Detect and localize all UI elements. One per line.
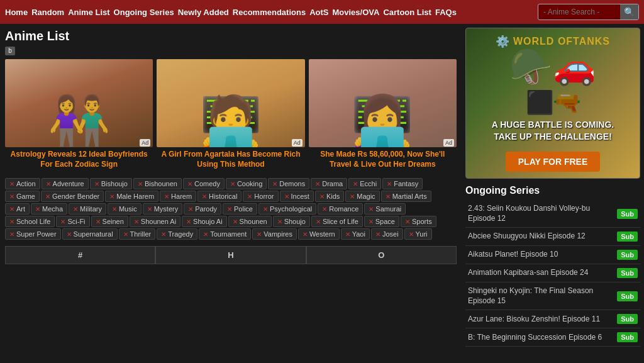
nav-newly-added[interactable]: Newly Added <box>178 8 229 17</box>
tag-remove-icon[interactable]: ✕ <box>94 181 99 187</box>
tag-remove-icon[interactable]: ✕ <box>60 218 65 225</box>
tag-remove-icon[interactable]: ✕ <box>387 181 392 187</box>
tag-remove-icon[interactable]: ✕ <box>409 231 414 238</box>
alpha-tab-o[interactable]: O <box>306 246 457 264</box>
tag-item[interactable]: ✕Romance <box>318 203 363 215</box>
tag-item[interactable]: ✕Action <box>5 178 40 189</box>
tag-remove-icon[interactable]: ✕ <box>227 206 232 213</box>
tag-remove-icon[interactable]: ✕ <box>9 231 14 238</box>
tag-item[interactable]: ✕Shounen <box>228 216 272 227</box>
tag-remove-icon[interactable]: ✕ <box>9 218 14 225</box>
series-item[interactable]: Aikatsu Planet! Episode 10Sub <box>465 246 640 264</box>
nav-anime-list[interactable]: Anime List <box>68 8 109 17</box>
nav-movies-ova[interactable]: Movies/OVA <box>332 8 379 17</box>
series-item[interactable]: B: The Beginning Succession Episode 6Sub <box>465 328 640 347</box>
tag-remove-icon[interactable]: ✕ <box>257 231 262 238</box>
tag-item[interactable]: ✕Shoujo <box>273 216 310 227</box>
tag-remove-icon[interactable]: ✕ <box>202 193 207 200</box>
tag-remove-icon[interactable]: ✕ <box>316 218 321 225</box>
tag-item[interactable]: ✕Sci-Fi <box>56 216 89 227</box>
tag-remove-icon[interactable]: ✕ <box>138 181 143 187</box>
tag-item[interactable]: ✕Bishounen <box>133 178 182 189</box>
tag-item[interactable]: ✕Gender Bender <box>41 191 104 202</box>
tag-item[interactable]: ✕Yaoi <box>341 228 370 240</box>
nav-faqs[interactable]: FAQs <box>435 8 457 17</box>
wot-cta-button[interactable]: PLAY FOR FREE <box>506 152 600 172</box>
nav-aots[interactable]: AotS <box>309 8 328 17</box>
series-item[interactable]: Animation Kapibara-san Episode 24Sub <box>465 264 640 282</box>
tag-item[interactable]: ✕Samurai <box>364 203 406 215</box>
tag-item[interactable]: ✕Fantasy <box>382 178 423 189</box>
tag-remove-icon[interactable]: ✕ <box>345 231 350 238</box>
tag-item[interactable]: ✕Western <box>298 228 340 240</box>
tag-remove-icon[interactable]: ✕ <box>353 181 358 187</box>
nav-ongoing-series[interactable]: Ongoing Series <box>114 8 174 17</box>
tag-item[interactable]: ✕Adventure <box>42 178 89 189</box>
nav-cartoon-list[interactable]: Cartoon List <box>383 8 431 17</box>
tag-remove-icon[interactable]: ✕ <box>96 218 101 225</box>
tag-item[interactable]: ✕Seinen <box>91 216 128 227</box>
ad-card-1[interactable]: 👫 Ad Astrology Reveals 12 Ideal Boyfrien… <box>5 59 153 172</box>
tag-remove-icon[interactable]: ✕ <box>109 193 114 200</box>
series-item[interactable]: Abciee Shuugyou Nikki Episode 12Sub <box>465 228 640 246</box>
tag-item[interactable]: ✕Cooking <box>226 178 267 189</box>
tag-remove-icon[interactable]: ✕ <box>322 206 327 213</box>
search-button[interactable]: 🔍 <box>620 4 638 20</box>
tag-remove-icon[interactable]: ✕ <box>319 193 325 200</box>
tag-item[interactable]: ✕Parody <box>184 203 221 215</box>
tag-remove-icon[interactable]: ✕ <box>164 193 169 200</box>
series-item[interactable]: Shingeki no Kyojin: The Final Season Epi… <box>465 282 640 310</box>
tag-item[interactable]: ✕Space <box>364 216 399 227</box>
tag-remove-icon[interactable]: ✕ <box>123 231 128 238</box>
tag-remove-icon[interactable]: ✕ <box>147 206 152 213</box>
tag-item[interactable]: ✕Ecchi <box>348 178 381 189</box>
tag-item[interactable]: ✕Tournament <box>199 228 251 240</box>
tag-item[interactable]: ✕Shoujo Ai <box>182 216 226 227</box>
series-item[interactable]: Azur Lane: Bisoku Zenshin! Episode 11Sub <box>465 310 640 328</box>
tag-item[interactable]: ✕Demons <box>268 178 309 189</box>
tag-remove-icon[interactable]: ✕ <box>9 206 14 213</box>
tag-item[interactable]: ✕Comedy <box>183 178 225 189</box>
tag-item[interactable]: ✕Super Power <box>5 228 61 240</box>
tag-item[interactable]: ✕Psychological <box>258 203 316 215</box>
tag-remove-icon[interactable]: ✕ <box>112 206 117 213</box>
tag-item[interactable]: ✕Mystery <box>143 203 183 215</box>
tag-item[interactable]: ✕Tragedy <box>157 228 197 240</box>
tag-item[interactable]: ✕Josei <box>371 228 403 240</box>
tag-item[interactable]: ✕Harem <box>160 191 196 202</box>
tag-item[interactable]: ✕Art <box>5 203 30 215</box>
tag-item[interactable]: ✕Sports <box>401 216 436 227</box>
tag-item[interactable]: ✕Magic <box>345 191 379 202</box>
nav-random[interactable]: Random <box>31 8 64 17</box>
ad-card-2[interactable]: 🧑‍💻 Ad A Girl From Agartala Has Become R… <box>157 59 304 172</box>
tag-item[interactable]: ✕Vampires <box>252 228 297 240</box>
tag-remove-icon[interactable]: ✕ <box>188 206 193 213</box>
tag-remove-icon[interactable]: ✕ <box>247 193 252 200</box>
tag-remove-icon[interactable]: ✕ <box>186 218 191 225</box>
tag-remove-icon[interactable]: ✕ <box>284 193 289 200</box>
tag-item[interactable]: ✕School Life <box>5 216 55 227</box>
tag-remove-icon[interactable]: ✕ <box>386 193 391 200</box>
tag-remove-icon[interactable]: ✕ <box>161 231 166 238</box>
nav-home[interactable]: Home <box>5 8 28 17</box>
tag-remove-icon[interactable]: ✕ <box>203 231 208 238</box>
tag-item[interactable]: ✕Police <box>223 203 257 215</box>
tag-remove-icon[interactable]: ✕ <box>67 231 72 238</box>
tag-item[interactable]: ✕Slice of Life <box>311 216 363 227</box>
tag-remove-icon[interactable]: ✕ <box>230 181 235 187</box>
tag-remove-icon[interactable]: ✕ <box>272 181 277 187</box>
tag-remove-icon[interactable]: ✕ <box>9 193 14 200</box>
tag-item[interactable]: ✕Historical <box>197 191 242 202</box>
tag-item[interactable]: ✕Incest <box>280 191 314 202</box>
search-input[interactable] <box>538 6 620 18</box>
alpha-tab-h[interactable]: H <box>155 246 306 264</box>
tag-item[interactable]: ✕Male Harem <box>105 191 158 202</box>
alpha-tab-hash[interactable]: # <box>5 246 155 264</box>
tag-item[interactable]: ✕Military <box>69 203 106 215</box>
tag-remove-icon[interactable]: ✕ <box>45 193 50 200</box>
tag-remove-icon[interactable]: ✕ <box>9 181 14 187</box>
tag-item[interactable]: ✕Game <box>5 191 40 202</box>
tag-remove-icon[interactable]: ✕ <box>315 181 320 187</box>
tag-remove-icon[interactable]: ✕ <box>134 218 139 225</box>
tag-remove-icon[interactable]: ✕ <box>277 218 282 225</box>
